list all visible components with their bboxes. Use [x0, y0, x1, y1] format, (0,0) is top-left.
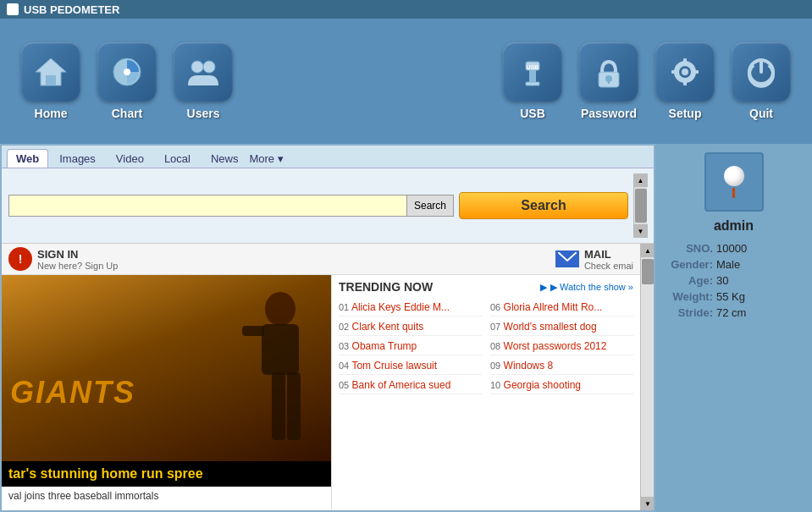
video-icon: ▶ [540, 282, 547, 293]
story-text2: y of power in the World Series. [2, 505, 331, 510]
tab-local[interactable]: Local [155, 149, 200, 168]
search-bar: Search Search ▲ ▼ [2, 168, 654, 244]
vertical-scrollbar[interactable]: ▲ ▼ [633, 173, 647, 238]
signin-block: ! SIGN IN New here? Sign Up [8, 247, 118, 271]
quit-icon-box [732, 42, 791, 102]
profile-field-label: Weight: [664, 290, 713, 303]
content-scroll-down[interactable]: ▼ [641, 497, 654, 510]
svg-point-22 [265, 292, 296, 326]
signin-sub: New here? Sign Up [37, 261, 118, 271]
usb-label: USB [520, 107, 545, 120]
svg-rect-24 [242, 326, 264, 336]
profile-field-value: 30 [716, 274, 728, 287]
content-scrollbar[interactable]: ▲ ▼ [640, 244, 654, 510]
search-big-button[interactable]: Search [459, 192, 628, 219]
trend-item[interactable]: 02 Clark Kent quits [339, 318, 482, 336]
watch-show-button[interactable]: ▶ ▶ Watch the show » [540, 282, 633, 293]
main-area: Web Images Video Local News More ▾ Searc… [0, 144, 812, 512]
tab-more[interactable]: More ▾ [249, 152, 283, 165]
usb-icon: USB [514, 53, 551, 91]
right-panel: admin SNO.10000Gender:MaleAge:30Weight:5… [655, 144, 812, 512]
nav-chart[interactable]: Chart [93, 42, 161, 120]
password-icon-box [579, 42, 638, 102]
search-input[interactable] [9, 195, 406, 216]
password-icon [590, 53, 627, 91]
mail-block: MAIL Check emai [555, 248, 633, 271]
tab-news[interactable]: News [202, 149, 248, 168]
svg-rect-8 [529, 70, 536, 82]
chart-icon-box [97, 42, 157, 102]
story-headline: tar's stunning home run spree [2, 461, 331, 487]
mail-text-block: MAIL Check emai [584, 248, 633, 271]
nav-setup[interactable]: Setup [651, 42, 719, 120]
search-small-button[interactable]: Search [406, 195, 453, 216]
trend-item[interactable]: 10 Georgia shooting [490, 377, 633, 394]
navbar: Home Chart Users U [0, 19, 812, 144]
svg-rect-1 [46, 75, 56, 85]
trend-item[interactable]: 03 Obama Trump [339, 338, 482, 355]
player-background: GIANTS [2, 275, 331, 461]
home-icon-box [21, 42, 80, 102]
app-title: USB PEDOMETER [24, 3, 119, 16]
avatar [704, 152, 764, 212]
password-label: Password [581, 107, 637, 120]
app-icon [7, 3, 19, 15]
trending-grid: 01 Alicia Keys Eddie M...06 Gloria Allre… [339, 299, 633, 394]
svg-rect-15 [683, 58, 687, 63]
scroll-thumb[interactable] [635, 189, 647, 223]
profile-field-value: 55 Kg [716, 290, 745, 303]
setup-icon-box [655, 42, 715, 102]
browser-tabs: Web Images Video Local News More ▾ [2, 146, 654, 168]
profile-info-table: SNO.10000Gender:MaleAge:30Weight:55 KgSt… [664, 240, 804, 321]
trend-item[interactable]: 07 World's smallest dog [490, 318, 633, 336]
svg-point-14 [682, 69, 688, 75]
mail-sub: Check emai [584, 261, 633, 271]
signin-label: SIGN IN [37, 248, 118, 261]
scroll-up-arrow[interactable]: ▲ [634, 173, 648, 187]
home-icon [32, 53, 69, 91]
scroll-down-arrow[interactable]: ▼ [634, 224, 648, 238]
tab-web[interactable]: Web [7, 149, 48, 168]
tab-video[interactable]: Video [107, 149, 153, 168]
story-text1: val joins three baseball immortals [2, 487, 331, 505]
giants-text: GIANTS [10, 375, 135, 410]
profile-row: Age:30 [664, 273, 804, 289]
svg-rect-23 [262, 324, 299, 375]
nav-password[interactable]: Password [575, 42, 643, 120]
svg-rect-16 [683, 80, 687, 85]
quit-icon [743, 53, 780, 91]
nav-home[interactable]: Home [17, 42, 85, 120]
trend-item[interactable]: 09 Windows 8 [490, 357, 633, 375]
tab-images[interactable]: Images [50, 149, 105, 168]
trend-item[interactable]: 04 Tom Cruise lawsuit [339, 357, 482, 375]
nav-users[interactable]: Users [169, 42, 237, 120]
profile-field-label: Age: [664, 274, 713, 287]
content-scroll-thumb[interactable] [642, 259, 654, 284]
setup-label: Setup [669, 107, 702, 120]
users-icon-box [174, 42, 233, 102]
trending-panel: TRENDING NOW ▶ ▶ Watch the show » 01 Ali… [332, 275, 640, 510]
chart-icon [108, 53, 146, 91]
svg-rect-18 [693, 70, 699, 74]
profile-field-value: 72 cm [716, 306, 746, 319]
player-silhouette [162, 275, 331, 461]
profile-row: Gender:Male [664, 256, 804, 273]
mail-label: MAIL [584, 248, 633, 261]
trend-item[interactable]: 05 Bank of America sued [339, 377, 482, 394]
signin-icon: ! [8, 247, 32, 271]
profile-field-value: 10000 [716, 242, 747, 255]
profile-row: SNO.10000 [664, 240, 804, 256]
chart-label: Chart [112, 107, 143, 120]
content-scroll-up[interactable]: ▲ [641, 244, 654, 257]
nav-quit[interactable]: Quit [727, 42, 795, 120]
trend-item[interactable]: 08 Worst passwords 2012 [490, 338, 633, 355]
featured-story: GIANTS [2, 275, 332, 510]
svg-rect-26 [287, 372, 301, 440]
trend-item[interactable]: 01 Alicia Keys Eddie M... [339, 299, 482, 317]
quit-label: Quit [749, 107, 773, 120]
home-label: Home [35, 107, 68, 120]
content-scroll-track[interactable] [641, 257, 654, 497]
signin-text-block: SIGN IN New here? Sign Up [37, 248, 118, 271]
nav-usb[interactable]: USB USB [499, 42, 566, 120]
trend-item[interactable]: 06 Gloria Allred Mitt Ro... [490, 299, 633, 317]
